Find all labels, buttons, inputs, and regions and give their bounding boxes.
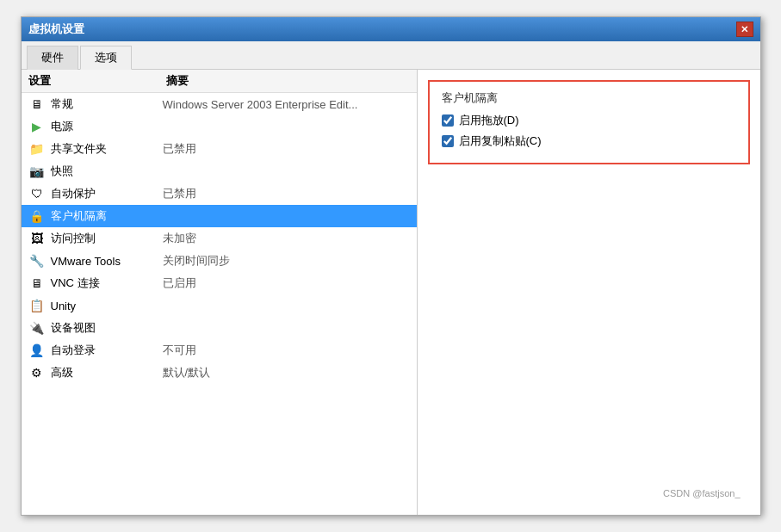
advanced-summary: 默认/默认 (163, 365, 410, 380)
main-window: 虚拟机设置 ✕ 硬件 选项 设置 摘要 (21, 16, 761, 516)
header-summary: 摘要 (166, 73, 410, 89)
power-name: 电源 (51, 119, 163, 134)
title-bar-buttons: ✕ (736, 22, 753, 37)
isolation-box: 客户机隔离 启用拖放(D) 启用复制粘贴(C) (428, 80, 750, 164)
unity-icon: 📋 (28, 297, 46, 314)
snapshot-name: 快照 (51, 164, 163, 179)
general-summary: Windows Server 2003 Enterprise Edit... (163, 98, 410, 111)
auto-login-summary: 不可用 (163, 343, 410, 358)
list-item-auto-protect[interactable]: 🛡 自动保护 已禁用 (22, 182, 417, 205)
list-item-unity[interactable]: 📋 Unity (22, 294, 417, 317)
list-item-client-isolation[interactable]: 🔒 客户机隔离 (22, 205, 417, 227)
list-item-vmware-tools[interactable]: 🔧 VMware Tools 关闭时间同步 (22, 250, 417, 272)
left-panel: 设置 摘要 🖥 常规 Windows Server 2003 Enterpris… (22, 70, 418, 515)
list-item-general[interactable]: 🖥 常规 Windows Server 2003 Enterprise Edit… (22, 93, 417, 115)
advanced-name: 高级 (51, 365, 163, 380)
list-item-advanced[interactable]: ⚙ 高级 默认/默认 (22, 362, 417, 384)
auto-login-name: 自动登录 (51, 343, 163, 358)
vmware-tools-icon: 🔧 (28, 252, 46, 269)
copy-paste-label: 启用复制粘贴(C) (459, 133, 542, 149)
title-bar: 虚拟机设置 ✕ (22, 17, 760, 41)
client-isolation-icon: 🔒 (28, 207, 46, 225)
device-view-icon: 🔌 (28, 319, 46, 337)
content-area: 设置 摘要 🖥 常规 Windows Server 2003 Enterpris… (22, 70, 760, 515)
shared-folder-icon: 📁 (28, 140, 46, 158)
power-icon: ▶ (28, 118, 46, 135)
general-icon: 🖥 (28, 96, 46, 113)
close-button[interactable]: ✕ (736, 22, 753, 37)
drag-drop-checkbox[interactable] (442, 114, 454, 127)
list-item-power[interactable]: ▶ 电源 (22, 115, 417, 138)
list-item-shared-folder[interactable]: 📁 共享文件夹 已禁用 (22, 138, 417, 160)
vmware-tools-name: VMware Tools (51, 255, 163, 268)
shared-folder-summary: 已禁用 (163, 141, 410, 157)
shared-folder-name: 共享文件夹 (51, 141, 163, 157)
auto-protect-icon: 🛡 (28, 185, 46, 202)
copy-paste-row: 启用复制粘贴(C) (442, 133, 736, 149)
tabs-bar: 硬件 选项 (22, 41, 760, 70)
unity-name: Unity (51, 300, 163, 312)
auto-login-icon: 👤 (28, 342, 46, 359)
advanced-icon: ⚙ (28, 364, 46, 381)
right-panel: 客户机隔离 启用拖放(D) 启用复制粘贴(C) (418, 70, 760, 515)
vnc-name: VNC 连接 (51, 275, 163, 291)
snapshot-icon: 📷 (28, 163, 46, 180)
list-item-auto-login[interactable]: 👤 自动登录 不可用 (22, 339, 417, 362)
vnc-summary: 已启用 (163, 275, 410, 291)
list-item-vnc[interactable]: 🖥 VNC 连接 已启用 (22, 272, 417, 294)
tab-options[interactable]: 选项 (80, 46, 132, 70)
drag-drop-row: 启用拖放(D) (442, 113, 736, 128)
copy-paste-checkbox[interactable] (442, 135, 454, 147)
header-setting: 设置 (28, 73, 166, 89)
access-control-name: 访问控制 (51, 231, 163, 246)
list-item-device-view[interactable]: 🔌 设备视图 (22, 317, 417, 339)
settings-list: 🖥 常规 Windows Server 2003 Enterprise Edit… (22, 93, 417, 515)
auto-protect-name: 自动保护 (51, 186, 163, 201)
drag-drop-label: 启用拖放(D) (459, 113, 519, 128)
auto-protect-summary: 已禁用 (163, 186, 410, 201)
window-title: 虚拟机设置 (28, 22, 84, 37)
client-isolation-name: 客户机隔离 (51, 208, 163, 224)
vmware-tools-summary: 关闭时间同步 (163, 253, 410, 269)
list-item-access-control[interactable]: 🖼 访问控制 未加密 (22, 227, 417, 250)
watermark: CSDN @fastjson_ (663, 488, 740, 498)
tab-hardware[interactable]: 硬件 (27, 46, 78, 70)
general-name: 常规 (51, 96, 163, 112)
list-header: 设置 摘要 (22, 70, 417, 93)
device-view-name: 设备视图 (51, 320, 163, 336)
access-control-icon: 🖼 (28, 230, 46, 247)
access-control-summary: 未加密 (163, 231, 410, 246)
list-item-snapshot[interactable]: 📷 快照 (22, 160, 417, 182)
isolation-title: 客户机隔离 (442, 90, 736, 106)
vnc-icon: 🖥 (28, 275, 46, 292)
